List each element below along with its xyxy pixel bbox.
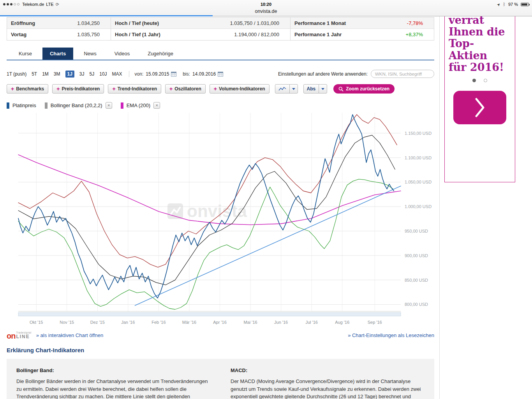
chart-range-bar: 1T (push) 5T 1M 3M 1J 3J 5J 10J MAX von:… bbox=[7, 70, 434, 78]
carousel-dot-active[interactable] bbox=[472, 79, 476, 82]
performance-1m-label: Performance 1 Monat bbox=[291, 20, 346, 26]
carousel-dot[interactable] bbox=[484, 79, 487, 82]
plus-icon: + bbox=[169, 86, 173, 92]
plus-icon: + bbox=[11, 86, 14, 92]
page-section-heading: Erklärung Chart-Indikatoren bbox=[7, 347, 434, 353]
tab-kurse[interactable]: Kurse bbox=[11, 48, 39, 60]
carousel-dots bbox=[449, 79, 511, 82]
ad-text-line: Top-Aktien bbox=[449, 38, 511, 61]
price-chart-svg[interactable]: 800,00 USD850,00 USD900,00 USD950,00 USD… bbox=[7, 113, 434, 328]
scale-abs-button[interactable]: Abs bbox=[303, 84, 319, 94]
high-low-today-label: Hoch / Tief (heute) bbox=[111, 20, 159, 26]
abs-label: Abs bbox=[307, 86, 316, 92]
trend-indikatoren-label: Trend-Indikatoren bbox=[118, 86, 157, 92]
status-bar: Telekom.de LTE ⟳ 10:20 ➤ ᛒ 97 % bbox=[0, 0, 532, 8]
chart-type-dropdown bbox=[275, 84, 298, 94]
price-chart[interactable]: 800,00 USD850,00 USD900,00 USD950,00 USD… bbox=[7, 113, 434, 329]
quote-table: Eröffnung 1.034,250 Hoch / Tief (heute) … bbox=[7, 17, 434, 41]
address-bar[interactable]: onvista.de bbox=[0, 8, 532, 16]
url-label[interactable]: onvista.de bbox=[255, 9, 277, 14]
open-interactive-chart-link[interactable]: » als interaktiven Chart öffnen bbox=[36, 332, 103, 338]
series-color-swatch bbox=[7, 102, 9, 109]
bis-label: bis: bbox=[183, 71, 190, 77]
zoom-reset-label: Zoom zurücksetzen bbox=[346, 86, 389, 92]
logo-line-text: LINE bbox=[16, 334, 31, 339]
legend-item-bollinger: Bollinger Band (20,2,2) × bbox=[45, 102, 112, 109]
sync-icon: ⟳ bbox=[56, 2, 59, 7]
chart-legend: Platinpreis Bollinger Band (20,2,2) × EM… bbox=[7, 102, 434, 109]
remove-ema-button[interactable]: × bbox=[153, 102, 160, 109]
chevron-right-icon bbox=[474, 96, 486, 119]
calendar-icon bbox=[218, 71, 223, 77]
range-3j[interactable]: 3J bbox=[79, 71, 85, 77]
macd-text: Der MACD (Moving Average Convergence/Div… bbox=[231, 378, 425, 399]
high-low-1y-value: 1.194,000 / 812,000 bbox=[234, 32, 290, 37]
tab-zugehoerige[interactable]: Zugehörige bbox=[140, 48, 181, 60]
indicator-toolbar: + Benchmarks + Preis-Indikatoren + Trend… bbox=[7, 84, 434, 94]
ad-next-button[interactable] bbox=[453, 91, 506, 124]
bollinger-text: Die Bollinger Bänder werden in der Chart… bbox=[16, 378, 210, 399]
tab-news[interactable]: News bbox=[76, 48, 104, 60]
svg-text:Apr '16: Apr '16 bbox=[213, 320, 227, 325]
zoom-reset-button[interactable]: Zoom zurücksetzen bbox=[333, 84, 395, 94]
performance-1m-value: -7,78% bbox=[407, 20, 434, 26]
svg-text:800,00 USD: 800,00 USD bbox=[405, 302, 428, 307]
chart-footer: on Tradesignal LINE » als interaktiven C… bbox=[7, 332, 434, 339]
range-max[interactable]: MAX bbox=[112, 71, 122, 77]
trend-indikatoren-button[interactable]: + Trend-Indikatoren bbox=[108, 84, 161, 94]
bis-calendar-button[interactable] bbox=[218, 71, 223, 77]
von-calendar-button[interactable] bbox=[171, 71, 176, 77]
range-1m[interactable]: 1M bbox=[42, 71, 49, 77]
von-date-field[interactable]: 15.09.2015 bbox=[146, 71, 169, 77]
chevron-down-icon bbox=[321, 88, 324, 90]
benchmarks-label: Benchmarks bbox=[16, 86, 44, 92]
svg-text:Aug '16: Aug '16 bbox=[335, 320, 349, 325]
benchmarks-button[interactable]: + Benchmarks bbox=[7, 84, 48, 94]
preis-indikatoren-button[interactable]: + Preis-Indikatoren bbox=[52, 84, 104, 94]
svg-text:1.100,00 USD: 1.100,00 USD bbox=[405, 155, 432, 160]
plus-icon: + bbox=[56, 86, 60, 92]
svg-text:Nov '15: Nov '15 bbox=[60, 320, 74, 325]
prev-close-value: 1.035,750 bbox=[77, 32, 111, 37]
range-3m[interactable]: 3M bbox=[54, 71, 60, 77]
range-5t[interactable]: 5T bbox=[32, 71, 37, 77]
table-row: Eröffnung 1.034,250 Hoch / Tief (heute) … bbox=[7, 18, 434, 29]
search-input[interactable] bbox=[371, 70, 434, 78]
logo-on-text: on bbox=[7, 333, 15, 339]
series-color-swatch bbox=[45, 102, 48, 109]
ad-banner[interactable]: verrät Ihnen die Top-Aktien für 2016! bbox=[444, 16, 515, 182]
open-label: Eröffnung bbox=[7, 20, 35, 26]
von-label: von: bbox=[135, 71, 144, 77]
svg-text:Jul '16: Jul '16 bbox=[305, 320, 317, 325]
svg-text:Jan '16: Jan '16 bbox=[121, 320, 135, 325]
ad-text-line: Ihnen die bbox=[449, 26, 511, 38]
range-1t-push[interactable]: 1T (push) bbox=[7, 71, 26, 77]
svg-text:Jun '16: Jun '16 bbox=[274, 320, 288, 325]
page-load-progress-bar bbox=[0, 15, 213, 16]
chart-settings-bookmark-link[interactable]: » Chart-Einstellungen als Lesezeichen bbox=[348, 332, 434, 338]
tab-charts[interactable]: Charts bbox=[42, 48, 73, 60]
range-1j[interactable]: 1J bbox=[65, 71, 74, 78]
bis-date-field[interactable]: 14.09.2016 bbox=[192, 71, 216, 77]
ipad-screen: Telekom.de LTE ⟳ 10:20 ➤ ᛒ 97 % onvista.… bbox=[0, 0, 532, 399]
chart-type-button[interactable] bbox=[275, 84, 290, 94]
svg-text:Dez '15: Dez '15 bbox=[90, 320, 105, 325]
high-low-today-value: 1.035,750 / 1.031,000 bbox=[230, 20, 290, 26]
chevron-down-icon bbox=[292, 88, 295, 90]
zoom-icon bbox=[338, 87, 344, 92]
tab-videos[interactable]: Videos bbox=[107, 48, 137, 60]
scale-arrow-button[interactable] bbox=[319, 84, 327, 94]
legend-item-platinpreis: Platinpreis bbox=[7, 102, 36, 109]
remove-bollinger-button[interactable]: × bbox=[106, 102, 112, 109]
location-icon: ➤ bbox=[496, 2, 501, 7]
oszillatoren-button[interactable]: + Oszillatoren bbox=[165, 84, 206, 94]
chart-type-arrow-button[interactable] bbox=[289, 84, 298, 94]
svg-text:Mai '16: Mai '16 bbox=[244, 320, 257, 325]
prev-close-label: Vortag bbox=[7, 32, 26, 37]
range-10j[interactable]: 10J bbox=[99, 71, 107, 77]
carrier-label: Telekom.de bbox=[22, 2, 44, 7]
range-5j[interactable]: 5J bbox=[90, 71, 95, 77]
performance-1y-label: Performance 1 Jahr bbox=[291, 32, 342, 37]
volumen-indikatoren-button[interactable]: + Volumen-Indikatoren bbox=[210, 84, 270, 94]
svg-text:Okt '15: Okt '15 bbox=[30, 320, 43, 325]
